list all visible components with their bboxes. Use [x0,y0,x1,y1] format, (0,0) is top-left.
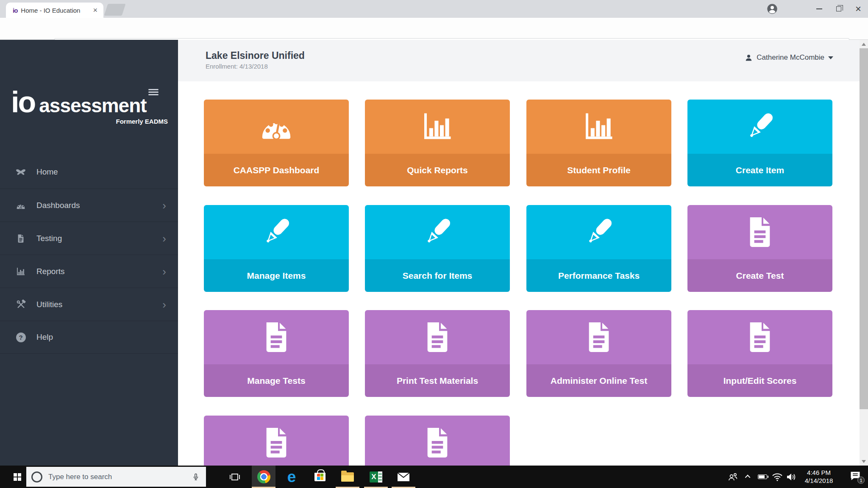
taskbar-search[interactable]: Type here to search [26,467,206,487]
tile-manage-tests[interactable]: Manage Tests [204,310,349,397]
browser-tab[interactable]: io Home - IO Education × [6,3,103,18]
question-icon: ? [14,333,27,342]
windows-logo-icon [14,473,21,481]
task-view-icon [229,472,240,482]
tab-close-icon[interactable]: × [91,6,99,15]
tile-label: Create Item [736,165,784,175]
pencil-icon [687,100,832,154]
document-icon [687,205,832,259]
logo-io-mark: io [11,87,35,117]
tile-performance-tasks[interactable]: Performance Tasks [526,205,671,292]
scroll-up-arrow[interactable] [860,40,868,48]
tile-label: Quick Reports [407,165,468,175]
start-button[interactable] [8,466,27,488]
restore-icon [836,6,841,11]
user-name: Catherine McCombie [757,53,824,62]
search-placeholder: Type here to search [48,473,192,481]
browser-profile-icon[interactable] [766,3,778,15]
sidebar-item-testing[interactable]: Testing › [0,222,178,255]
taskbar-clock[interactable]: 4:46 PM 4/14/2018 [799,469,838,485]
gauge-icon [14,200,27,211]
sidebar-item-utilities[interactable]: Utilities › [0,288,178,321]
tile-label: Performance Tasks [558,271,640,281]
sidebar-item-label: Testing [36,234,62,243]
tile-partial-1[interactable] [204,416,349,466]
district-title: Lake Elsinore Unified [206,50,305,61]
chevron-right-icon: › [162,200,166,211]
tray-volume-icon[interactable] [784,466,798,488]
user-menu[interactable]: Catherine McCombie [745,53,833,62]
document-icon [14,233,27,244]
taskbar-excel[interactable]: X [364,466,388,488]
window-restore-button[interactable] [829,2,849,16]
tab-title: Home - IO Education [21,7,91,14]
tile-create-test[interactable]: Create Test [687,205,832,292]
tile-label: Search for Items [403,271,473,281]
taskbar-file-explorer[interactable] [336,466,359,488]
tile-label: Manage Items [247,271,306,281]
tile-input-edit-scores[interactable]: Input/Edit Scores [687,310,832,397]
tile-label: Manage Tests [247,376,305,386]
microphone-icon[interactable] [192,472,200,482]
minimize-icon [816,8,822,9]
tray-chevron-up-icon[interactable] [742,466,754,488]
clock-time: 4:46 PM [799,469,838,477]
sidebar-item-home[interactable]: Home [0,155,178,189]
window-minimize-button[interactable] [810,2,829,16]
tray-battery-icon[interactable] [755,466,770,488]
tile-administer-online-test[interactable]: Administer Online Test [526,310,671,397]
sidebar-item-dashboards[interactable]: Dashboards › [0,189,178,222]
taskbar-store[interactable] [308,466,332,488]
tile-manage-items[interactable]: Manage Items [204,205,349,292]
taskbar-chrome[interactable] [252,466,275,488]
tile-partial-2[interactable] [365,416,510,466]
logo-word: assessment [39,94,146,117]
sidebar-item-label: Help [36,333,53,342]
tray-people-icon[interactable] [726,466,740,488]
sidebar-item-label: Utilities [36,300,62,309]
chrome-icon [257,470,270,483]
browser-tabstrip: io Home - IO Education × × [0,0,868,18]
tile-quick-reports[interactable]: Quick Reports [365,100,510,186]
butterfly-icon [14,167,27,177]
screen: io Home - IO Education × × Secure | http [0,0,868,488]
tile-label: CAASPP Dashboard [234,165,320,175]
clock-date: 4/14/2018 [799,477,838,485]
sidebar: io assessment Formerly EADMS Home Dashbo… [0,40,178,466]
tile-create-item[interactable]: Create Item [687,100,832,186]
enrollment-date: Enrollment: 4/13/2018 [206,63,268,70]
file-explorer-icon [341,472,354,482]
mail-icon [397,472,410,482]
window-controls: × [810,0,868,18]
taskbar-mail[interactable] [392,466,415,488]
page-scrollbar[interactable] [860,40,868,466]
document-icon [365,310,510,364]
logo-subtitle: Formerly EADMS [11,118,168,125]
tile-search-for-items[interactable]: Search for Items [365,205,510,292]
window-close-button[interactable]: × [849,2,868,16]
tile-caaspp-dashboard[interactable]: CAASPP Dashboard [204,100,349,186]
taskbar: Type here to search e X [0,466,868,488]
document-icon [204,310,349,364]
new-tab-button[interactable] [104,4,125,16]
sidebar-item-reports[interactable]: Reports › [0,255,178,288]
sidebar-nav: Home Dashboards › Testing › Rep [0,155,178,354]
sidebar-item-label: Dashboards [36,201,80,210]
bar-chart-icon [14,266,27,277]
task-view-button[interactable] [223,466,247,488]
tile-print-test-materials[interactable]: Print Test Materials [365,310,510,397]
bar-chart-icon [526,100,671,154]
tile-student-profile[interactable]: Student Profile [526,100,671,186]
io-favicon-icon: io [13,7,17,14]
document-icon [365,416,510,466]
tile-label: Print Test Materials [397,376,478,386]
sidebar-item-help[interactable]: ? Help [0,321,178,354]
sidebar-item-label: Home [36,167,58,177]
scrollbar-thumb[interactable] [860,48,868,409]
chevron-right-icon: › [162,233,166,244]
taskbar-edge[interactable]: e [280,466,303,488]
scroll-down-arrow[interactable] [860,457,868,466]
document-icon [526,310,671,364]
tray-wifi-icon[interactable] [771,466,784,488]
cortana-icon [31,471,42,482]
